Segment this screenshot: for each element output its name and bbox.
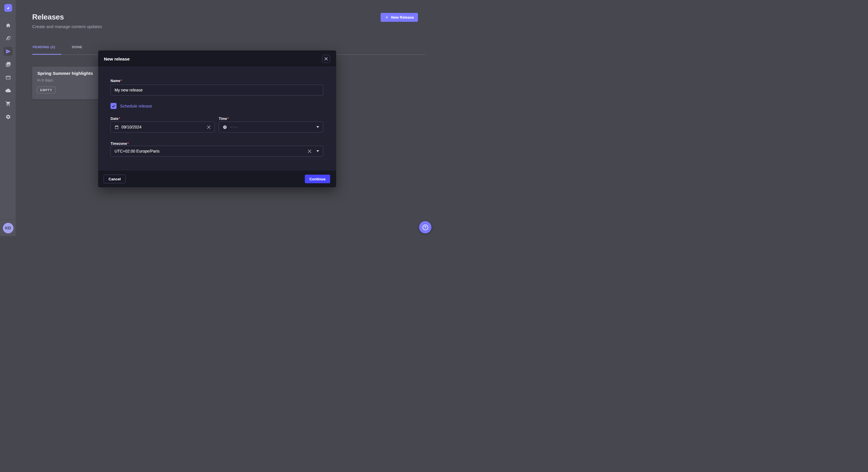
- main-navigation-sidebar: KD: [0, 0, 16, 236]
- strapi-logo-mark: [5, 5, 11, 11]
- page-subtitle: Create and manage content updates: [32, 24, 102, 29]
- time-picker-input[interactable]: --:--: [219, 122, 323, 133]
- name-input[interactable]: [115, 88, 319, 92]
- name-required-mark: *: [121, 79, 122, 83]
- modal-header: New release: [98, 50, 336, 67]
- page-title: Releases: [32, 12, 64, 22]
- cart-icon: [5, 101, 11, 106]
- schedule-release-checkbox[interactable]: [111, 103, 117, 109]
- sidebar-item-cloud[interactable]: [3, 86, 12, 95]
- name-field-label: Name*: [111, 79, 122, 83]
- time-caret-down-icon[interactable]: [316, 126, 319, 128]
- clear-timezone-icon[interactable]: [308, 149, 311, 153]
- home-icon: [5, 23, 11, 28]
- timezone-label-text: Timezone: [111, 142, 127, 146]
- feather-icon: [5, 36, 11, 41]
- time-required-mark: *: [227, 117, 229, 121]
- schedule-release-label[interactable]: Schedule release: [120, 104, 152, 108]
- close-icon: [324, 57, 328, 61]
- clear-date-icon[interactable]: [207, 125, 211, 129]
- release-card[interactable]: Spring Summer highlights In 8 days EMPTY: [32, 67, 107, 99]
- time-field-label: Time*: [219, 117, 229, 121]
- timezone-caret-down-icon[interactable]: [316, 150, 319, 152]
- app-page: KD Releases Create and manage content up…: [0, 0, 434, 236]
- timezone-value: UTC+02:00 Europe/Paris: [115, 149, 160, 154]
- paper-plane-icon: [5, 49, 11, 54]
- timezone-select-input[interactable]: UTC+02:00 Europe/Paris: [111, 146, 323, 157]
- time-placeholder: --:--: [229, 125, 238, 129]
- calendar-icon: [115, 125, 119, 129]
- checkmark-icon: [112, 104, 115, 108]
- question-icon: ?: [423, 225, 428, 230]
- help-button[interactable]: ?: [419, 221, 431, 233]
- user-avatar[interactable]: KD: [3, 223, 13, 233]
- name-label-text: Name: [111, 79, 120, 83]
- plus-icon: [384, 15, 389, 20]
- schedule-release-checkbox-row[interactable]: Schedule release: [111, 103, 152, 109]
- cancel-button[interactable]: Cancel: [104, 175, 126, 183]
- strapi-logo: [4, 4, 12, 12]
- continue-button[interactable]: Continue: [305, 175, 330, 183]
- tab-pending[interactable]: PENDING (2): [32, 45, 56, 49]
- release-card-status-badge: EMPTY: [37, 87, 55, 94]
- timezone-required-mark: *: [127, 142, 129, 146]
- time-label-text: Time: [219, 117, 227, 121]
- clock-icon: [223, 125, 227, 129]
- gear-icon: [5, 114, 11, 120]
- date-value: 09/10/2024: [121, 125, 142, 129]
- new-release-button-label: New Release: [391, 15, 414, 20]
- release-card-title: Spring Summer highlights: [37, 71, 93, 76]
- sidebar-item-content-type-builder[interactable]: [3, 73, 12, 82]
- sidebar-item-media-library[interactable]: [3, 60, 12, 69]
- modal-close-button[interactable]: [322, 55, 330, 63]
- images-icon: [5, 62, 11, 67]
- date-field-label: Date*: [111, 117, 120, 121]
- sidebar-item-releases[interactable]: [3, 47, 12, 56]
- timezone-field-label: Timezone*: [111, 142, 129, 146]
- release-card-due: In 8 days: [37, 78, 53, 82]
- name-input-wrapper: [111, 85, 323, 96]
- sidebar-item-home[interactable]: [3, 21, 12, 30]
- date-label-text: Date: [111, 117, 118, 121]
- cloud-icon: [5, 88, 11, 93]
- tab-done[interactable]: DONE: [71, 45, 83, 49]
- modal-footer: Cancel Continue: [98, 170, 336, 187]
- new-release-button[interactable]: New Release: [381, 13, 418, 22]
- workspace-logo-area[interactable]: [0, 0, 16, 16]
- modal-title: New release: [104, 57, 130, 62]
- sidebar-item-marketplace[interactable]: [3, 99, 12, 108]
- sidebar-item-settings[interactable]: [3, 112, 12, 121]
- layout-icon: [5, 75, 11, 80]
- sidebar-footer: KD: [0, 220, 16, 236]
- date-required-mark: *: [119, 117, 120, 121]
- active-tab-underline: [32, 54, 61, 55]
- new-release-modal: New release Name* Schedule release: [98, 50, 336, 187]
- releases-tabs: PENDING (2) DONE: [32, 45, 83, 49]
- date-picker-input[interactable]: 09/10/2024: [111, 122, 215, 133]
- sidebar-item-content-manager[interactable]: [3, 34, 12, 43]
